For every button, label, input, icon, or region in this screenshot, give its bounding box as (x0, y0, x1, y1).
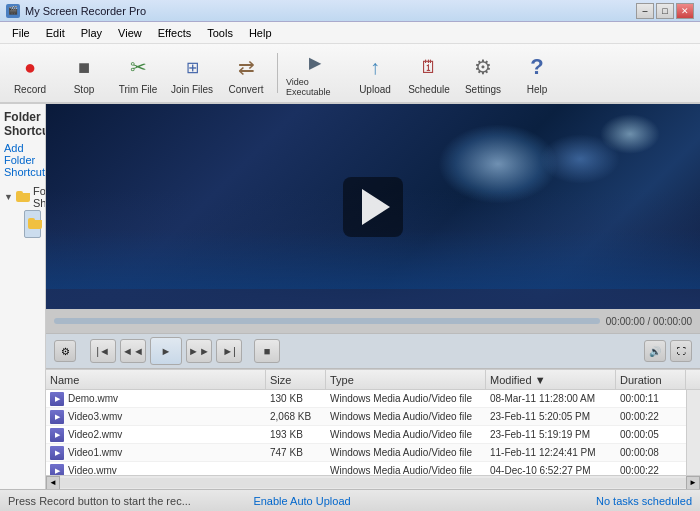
col-header-name[interactable]: Name (46, 370, 266, 389)
skip-to-end-button[interactable]: ►| (216, 339, 242, 363)
file-type-cell: Windows Media Audio/Video file (326, 411, 486, 422)
status-message: Press Record button to start the rec... (8, 495, 253, 507)
record-button[interactable]: ● Record (4, 46, 56, 100)
settings-label: Settings (465, 84, 501, 95)
scroll-right-button[interactable]: ► (686, 476, 700, 490)
help-button[interactable]: ? Help (511, 46, 563, 100)
video-executable-button[interactable]: ▶ Video Executable (283, 46, 347, 100)
play-triangle-icon (362, 189, 390, 225)
convert-button[interactable]: ⇄ Convert (220, 46, 272, 100)
menu-file[interactable]: File (4, 25, 38, 41)
file-name-cell: ▶Video.wmv (46, 464, 266, 476)
play-pause-button[interactable]: ► (150, 337, 182, 365)
fast-forward-button[interactable]: ►► (186, 339, 212, 363)
file-name-text: Demo.wmv (64, 393, 122, 404)
file-type-cell: Windows Media Audio/Video file (326, 447, 486, 458)
file-size-cell: 130 KB (266, 393, 326, 404)
sidebar: Folder Shortcuts Add Folder Shortcut ▼ F… (0, 104, 46, 489)
video-preview-inner (46, 104, 700, 309)
back-to-start-button[interactable]: |◄ (90, 339, 116, 363)
file-list-area: Name Size Type Modified ▼ Duration ▶Demo… (46, 369, 700, 489)
stop-label: Stop (74, 84, 95, 95)
vertical-scrollbar[interactable] (686, 390, 700, 475)
time-display: 00:00:00 / 00:00:00 (606, 316, 692, 327)
col-header-type[interactable]: Type (326, 370, 486, 389)
volume-button[interactable]: 🔊 (644, 340, 666, 362)
menu-tools[interactable]: Tools (199, 25, 241, 41)
trim-label: Trim File (119, 84, 158, 95)
join-label: Join Files (171, 84, 213, 95)
my-recordings-item[interactable]: My Recordings (24, 210, 41, 238)
menu-effects[interactable]: Effects (150, 25, 199, 41)
tasks-scheduled-link[interactable]: No tasks scheduled (596, 495, 692, 507)
file-modified-cell: 08-Mar-11 11:28:00 AM (486, 393, 616, 404)
file-name-text: Video3.wmv (64, 411, 126, 422)
file-duration-cell: 00:00:22 (616, 465, 686, 475)
video-exec-label: Video Executable (286, 77, 344, 97)
menu-bar: File Edit Play View Effects Tools Help (0, 22, 700, 44)
scroll-left-button[interactable]: ◄ (46, 476, 60, 490)
player-settings-button[interactable]: ⚙ (54, 340, 76, 362)
stop-icon: ■ (68, 51, 100, 83)
tree-root-item[interactable]: ▼ Folder Shortcuts (4, 184, 41, 210)
col-header-duration[interactable]: Duration (616, 370, 686, 389)
schedule-button[interactable]: 🗓 Schedule (403, 46, 455, 100)
menu-view[interactable]: View (110, 25, 150, 41)
record-icon: ● (14, 51, 46, 83)
auto-upload-link[interactable]: Enable Auto Upload (253, 495, 350, 507)
menu-play[interactable]: Play (73, 25, 110, 41)
minimize-button[interactable]: – (636, 3, 654, 19)
upload-button[interactable]: ↑ Upload (349, 46, 401, 100)
trim-file-button[interactable]: ✂ Trim File (112, 46, 164, 100)
file-size-cell: 193 KB (266, 429, 326, 440)
play-overlay-button[interactable] (343, 177, 403, 237)
file-list-scroll[interactable]: ▶Demo.wmv130 KBWindows Media Audio/Video… (46, 390, 686, 475)
video-exec-icon: ▶ (299, 49, 331, 76)
status-bar: Press Record button to start the rec... … (0, 489, 700, 511)
stop-button[interactable]: ■ Stop (58, 46, 110, 100)
window-title: My Screen Recorder Pro (25, 5, 636, 17)
video-highlight (600, 114, 660, 154)
settings-button[interactable]: ⚙ Settings (457, 46, 509, 100)
window-controls: – □ ✕ (636, 3, 694, 19)
col-header-size[interactable]: Size (266, 370, 326, 389)
file-duration-cell: 00:00:05 (616, 429, 686, 440)
folder-icon (16, 191, 30, 204)
file-name-text: Video2.wmv (64, 429, 126, 440)
table-row[interactable]: ▶Video1.wmv747 KBWindows Media Audio/Vid… (46, 444, 686, 462)
convert-label: Convert (228, 84, 263, 95)
scroll-track[interactable] (60, 478, 686, 488)
table-row[interactable]: ▶Demo.wmv130 KBWindows Media Audio/Video… (46, 390, 686, 408)
maximize-button[interactable]: □ (656, 3, 674, 19)
table-row[interactable]: ▶Video3.wmv2,068 KBWindows Media Audio/V… (46, 408, 686, 426)
scissors-icon: ✂ (122, 51, 154, 83)
menu-help[interactable]: Help (241, 25, 280, 41)
right-panel: 00:00:00 / 00:00:00 ⚙ |◄ ◄◄ ► ►► ►| ■ 🔊 … (46, 104, 700, 489)
file-duration-cell: 00:00:11 (616, 393, 686, 404)
file-name-text: Video.wmv (64, 465, 121, 475)
menu-edit[interactable]: Edit (38, 25, 73, 41)
seekbar-track[interactable] (54, 318, 600, 324)
file-name-cell: ▶Video2.wmv (46, 428, 266, 442)
file-list-header: Name Size Type Modified ▼ Duration (46, 370, 700, 390)
sidebar-title: Folder Shortcuts (4, 110, 41, 138)
add-folder-shortcut-link[interactable]: Add Folder Shortcut (4, 142, 41, 178)
close-button[interactable]: ✕ (676, 3, 694, 19)
toolbar-separator-1 (277, 53, 278, 93)
controls-bar: ⚙ |◄ ◄◄ ► ►► ►| ■ 🔊 ⛶ (46, 333, 700, 369)
file-type-cell: Windows Media Audio/Video file (326, 465, 486, 475)
table-row[interactable]: ▶Video2.wmv193 KBWindows Media Audio/Vid… (46, 426, 686, 444)
folder-child-icon (28, 218, 42, 231)
rewind-button[interactable]: ◄◄ (120, 339, 146, 363)
expand-icon: ▼ (4, 192, 13, 202)
upload-icon: ↑ (359, 51, 391, 83)
toolbar: ● Record ■ Stop ✂ Trim File ⊞ Join Files… (0, 44, 700, 104)
seekbar-area: 00:00:00 / 00:00:00 (46, 309, 700, 333)
join-files-button[interactable]: ⊞ Join Files (166, 46, 218, 100)
file-modified-cell: 04-Dec-10 6:52:27 PM (486, 465, 616, 475)
col-header-modified[interactable]: Modified ▼ (486, 370, 616, 389)
fullscreen-button[interactable]: ⛶ (670, 340, 692, 362)
file-name-cell: ▶Demo.wmv (46, 392, 266, 406)
table-row[interactable]: ▶Video.wmvWindows Media Audio/Video file… (46, 462, 686, 475)
stop-playback-button[interactable]: ■ (254, 339, 280, 363)
